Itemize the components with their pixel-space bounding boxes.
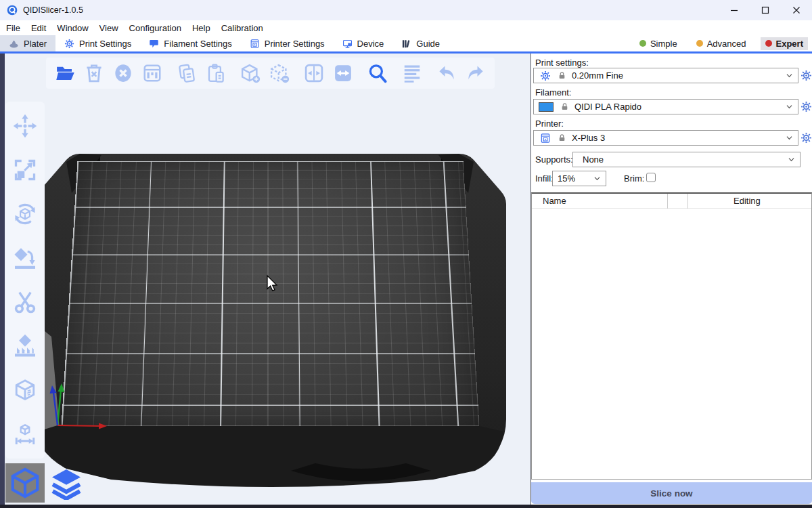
edit-filament-gear-icon[interactable] [800, 101, 812, 112]
split-to-objects-button[interactable] [302, 61, 326, 85]
viewport-left-edge [0, 54, 5, 508]
object-list-table[interactable]: Name Editing [531, 192, 812, 480]
redo-icon [466, 63, 486, 83]
undo-button[interactable] [434, 61, 459, 85]
edit-print-settings-gear-icon[interactable] [800, 70, 812, 81]
cut-tool-button[interactable] [12, 289, 39, 316]
slice-now-button[interactable]: Slice now [531, 482, 812, 504]
bed-grid-surface [62, 161, 480, 426]
scale-tool-button[interactable] [12, 156, 39, 184]
tab-plater-label: Plater [24, 39, 47, 49]
cube-view-icon [9, 467, 41, 499]
tab-printer-settings-label: Printer Settings [265, 39, 325, 49]
seam-icon [13, 378, 37, 402]
infill-label: Infill: [535, 173, 554, 184]
paste-icon [206, 63, 226, 83]
layers-preview-icon [50, 467, 83, 500]
remove-instance-button[interactable] [267, 61, 292, 85]
menu-window[interactable]: Window [57, 23, 88, 33]
lock-icon [558, 133, 566, 142]
tab-filament-settings[interactable]: Filament Settings [140, 35, 240, 51]
gear-icon [540, 70, 551, 81]
preview-view-button[interactable] [47, 465, 85, 502]
column-editing: Editing [734, 196, 761, 206]
rotate-tool-button[interactable] [12, 200, 39, 228]
maximize-button[interactable] [750, 0, 781, 20]
place-on-face-icon [13, 246, 37, 270]
editor-view-button[interactable] [5, 463, 45, 503]
mode-advanced[interactable]: Advanced [692, 37, 751, 50]
menu-file[interactable]: File [6, 23, 20, 33]
minimize-button[interactable] [719, 0, 750, 20]
menu-help[interactable]: Help [192, 23, 210, 33]
brim-checkbox[interactable] [646, 173, 656, 182]
supports-value: None [583, 154, 604, 165]
delete-all-button[interactable] [111, 61, 135, 85]
filament-label: Filament: [535, 87, 571, 98]
print-settings-combo[interactable]: 0.20mm Fine [533, 68, 798, 83]
menu-edit[interactable]: Edit [31, 23, 46, 33]
paste-button[interactable] [204, 61, 228, 85]
lock-icon [560, 102, 569, 111]
measure-tool-button[interactable] [12, 421, 39, 448]
print-settings-value: 0.20mm Fine [572, 70, 623, 81]
variable-layer-height-icon [402, 63, 422, 83]
tab-printer-settings[interactable]: Printer Settings [241, 35, 334, 51]
tab-filament-settings-label: Filament Settings [164, 39, 231, 49]
open-folder-button[interactable] [53, 61, 77, 85]
top-toolbar [46, 58, 495, 89]
filament-icon [149, 39, 159, 49]
mode-simple[interactable]: Simple [635, 37, 682, 50]
close-button[interactable] [781, 0, 812, 20]
copy-button[interactable] [175, 61, 199, 85]
edit-printer-gear-icon[interactable] [800, 132, 812, 144]
supports-combo[interactable]: None [572, 152, 800, 167]
place-on-face-tool-button[interactable] [12, 245, 39, 272]
delete-all-icon [113, 63, 133, 83]
viewport-3d-canvas[interactable] [0, 54, 531, 508]
infill-combo[interactable]: 15% [552, 171, 606, 186]
expert-mode-dot-icon [765, 40, 772, 47]
seam-tool-button[interactable] [12, 377, 39, 404]
search-button[interactable] [365, 61, 390, 85]
app-window: QIDISlicer-1.0.5 File Edit Window View C… [0, 0, 812, 508]
mode-expert[interactable]: Expert [761, 37, 808, 50]
split-to-parts-button[interactable] [331, 61, 355, 85]
filament-value: QIDI PLA Rapido [574, 102, 641, 112]
device-icon [342, 39, 353, 49]
menu-configuration[interactable]: Configuration [129, 23, 181, 33]
chevron-down-icon [785, 133, 794, 142]
menu-view[interactable]: View [99, 23, 118, 33]
mode-advanced-label: Advanced [707, 39, 746, 49]
filament-combo[interactable]: QIDI PLA Rapido [533, 99, 798, 114]
tab-guide-label: Guide [416, 39, 440, 49]
add-instance-button[interactable] [238, 61, 263, 85]
printer-icon [540, 133, 551, 144]
mode-selector: Simple Advanced Expert [635, 35, 808, 51]
gear-icon [64, 39, 74, 49]
arrange-button[interactable] [140, 61, 164, 85]
variable-layer-height-button[interactable] [400, 61, 424, 85]
rotate-icon [13, 202, 37, 226]
redo-button[interactable] [464, 61, 488, 85]
printer-combo[interactable]: X-Plus 3 [533, 130, 798, 146]
tab-device[interactable]: Device [334, 35, 393, 51]
print-settings-label: Print settings: [535, 58, 589, 68]
tab-plater[interactable]: Plater [0, 35, 55, 51]
split-to-objects-icon [304, 63, 324, 83]
tab-guide[interactable]: Guide [392, 35, 449, 51]
chevron-down-icon [787, 155, 796, 164]
menu-calibration[interactable]: Calibration [221, 23, 263, 33]
delete-button[interactable] [82, 61, 106, 85]
app-logo-icon [7, 5, 18, 16]
tab-print-settings[interactable]: Print Settings [55, 35, 140, 51]
paint-support-tool-button[interactable] [12, 333, 39, 360]
add-instance-icon [240, 63, 261, 83]
scale-icon [13, 158, 37, 182]
tab-device-label: Device [357, 39, 384, 49]
move-tool-button[interactable] [12, 112, 39, 140]
tab-bar: Plater Print Settings Filament Settings … [0, 35, 812, 54]
window-bottom-edge [0, 505, 812, 508]
column-separator [667, 194, 668, 209]
brim-label: Brim: [624, 173, 644, 184]
